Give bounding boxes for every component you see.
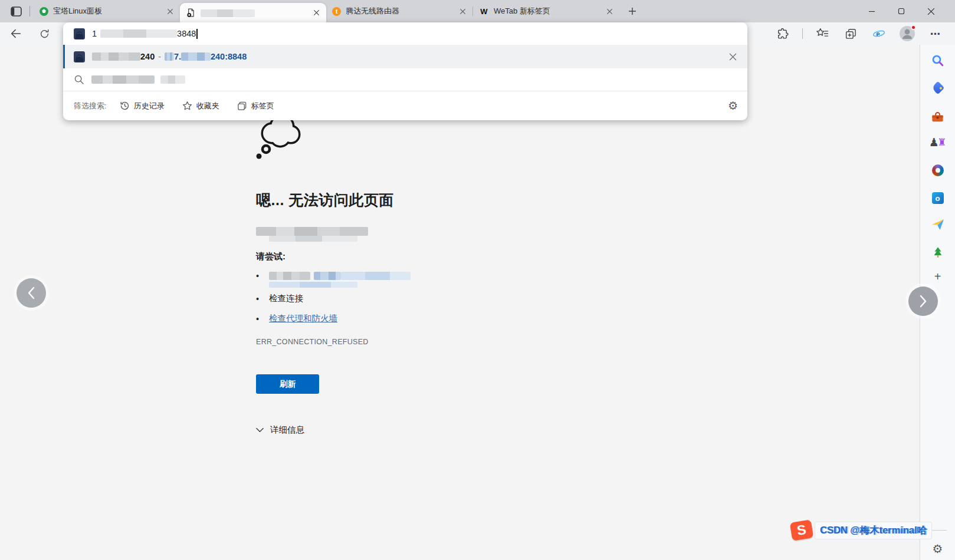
sidebar-add-button[interactable]: + (930, 269, 946, 284)
omnibox-dropdown: 1 3848 240 - 7. 240:8848 (63, 22, 747, 120)
tab-close-icon[interactable] (165, 6, 175, 17)
tab-tenda[interactable]: t 腾达无线路由器 (326, 2, 472, 20)
close-icon (729, 53, 737, 61)
minimize-button[interactable] (857, 0, 887, 22)
sidebar-tree-button[interactable] (930, 245, 946, 260)
csdn-logo: S (790, 519, 813, 541)
ie-mode-button[interactable]: e (870, 25, 888, 42)
browser-window: 宝塔Linux面板 t 腾达无线路由器 W WeTab 新标签页 (0, 0, 955, 560)
suggestion-url-mid: 7. (174, 52, 181, 61)
wetab-favicon: W (479, 6, 489, 17)
tab-close-icon[interactable] (311, 8, 321, 18)
tenda-favicon: t (332, 7, 341, 16)
filter-history-button[interactable]: 历史记录 (120, 101, 165, 111)
extensions-button[interactable] (774, 25, 792, 42)
redacted-search-suggestion (160, 75, 185, 84)
carousel-prev-button[interactable] (17, 278, 46, 308)
error-code: ERR_CONNECTION_REFUSED (256, 338, 369, 346)
minimize-icon (868, 8, 875, 15)
filter-tabs-button[interactable]: 标签页 (237, 101, 274, 111)
sidebar-search-button[interactable] (930, 53, 946, 68)
bullet-check-proxy: • 检查代理和防火墙 (256, 313, 337, 324)
typed-url-suffix: 3848 (177, 29, 196, 38)
close-icon (927, 8, 935, 15)
carousel-next-button[interactable] (908, 286, 938, 316)
chess-rook-icon: ♜ (937, 137, 946, 147)
redacted-url-middle (100, 29, 177, 38)
filter-favorites-button[interactable]: 收藏夹 (182, 101, 219, 111)
try-heading: 请尝试: (256, 251, 285, 262)
redacted-error-description (256, 227, 368, 236)
bullet-redacted-line2 (269, 282, 357, 288)
refresh-nav-button[interactable] (35, 25, 53, 42)
tab-close-icon[interactable] (604, 6, 615, 17)
redacted-suggestion-title (92, 52, 140, 61)
search-icon (931, 54, 945, 68)
refresh-icon (39, 28, 50, 39)
sidebar-outlook-button[interactable]: o (930, 190, 946, 206)
tab-strip: 宝塔Linux面板 t 腾达无线路由器 W WeTab 新标签页 (0, 0, 955, 22)
redacted-tab-title (201, 8, 311, 17)
csdn-watermark: S CSDN @梅木terminal哈 (791, 521, 932, 539)
avatar (900, 26, 915, 41)
check-proxy-firewall-link[interactable]: 检查代理和防火墙 (269, 313, 337, 324)
internet-explorer-icon: e (872, 27, 885, 40)
navbar-right-icons: e ⋯ (774, 22, 955, 45)
collections-button[interactable] (842, 25, 859, 42)
tab-close-icon[interactable] (457, 6, 468, 17)
typed-url-prefix: 1 (92, 29, 97, 38)
suggestion-url-suffix: 240:8848 (211, 52, 247, 61)
suggestion-row-url[interactable]: 240 - 7. 240:8848 (63, 45, 747, 68)
details-label: 详细信息 (270, 424, 304, 436)
redacted-url-part (181, 52, 211, 61)
search-icon (74, 74, 84, 85)
close-window-button[interactable] (916, 0, 946, 22)
new-tab-button[interactable] (624, 3, 641, 19)
sidebar-office-button[interactable] (930, 163, 946, 178)
tab-wetab[interactable]: W WeTab 新标签页 (473, 2, 619, 20)
search-filter-row: 筛选搜索: 历史记录 收藏夹 标签页 ⚙ (63, 91, 747, 120)
selection-accent-bar (63, 45, 65, 68)
sidebar-games-button[interactable]: ♟ ♜ (930, 134, 946, 150)
bullet-redacted: • (256, 271, 411, 281)
ellipsis-icon: ⋯ (930, 28, 941, 40)
refresh-page-button[interactable]: 刷新 (256, 374, 319, 394)
redacted-search-suggestion (91, 75, 155, 84)
plus-icon: + (934, 270, 941, 284)
shopping-tag-icon (931, 81, 944, 95)
back-arrow-icon (9, 27, 22, 40)
tab-baota[interactable]: 宝塔Linux面板 (34, 2, 180, 20)
tabs-icon (237, 101, 247, 111)
chevron-right-icon (918, 295, 928, 308)
site-avatar-favicon (74, 28, 85, 39)
puzzle-icon (777, 27, 789, 40)
history-clock-icon (120, 101, 130, 111)
document-error-favicon (186, 8, 196, 18)
settings-menu-button[interactable]: ⋯ (927, 25, 944, 42)
filter-history-label: 历史记录 (134, 101, 165, 111)
tab-title: 宝塔Linux面板 (53, 6, 165, 17)
plus-icon (628, 7, 636, 15)
text-caret (196, 29, 198, 39)
suggestion-row-search[interactable] (63, 68, 747, 91)
address-bar[interactable]: 1 3848 (63, 22, 747, 45)
tab-actions-menu-button[interactable] (6, 2, 26, 20)
sidebar-tools-button[interactable] (930, 109, 946, 124)
favorites-button[interactable] (813, 25, 831, 42)
outlook-icon: o (932, 192, 944, 204)
suggestion-title-suffix: 240 (140, 52, 155, 61)
details-toggle[interactable]: 详细信息 (256, 424, 304, 436)
remove-suggestion-button[interactable] (726, 50, 739, 63)
profile-button[interactable] (898, 25, 916, 42)
sidebar-settings-button[interactable]: ⚙ (933, 542, 943, 556)
sidebar-shopping-button[interactable] (930, 80, 946, 95)
filter-tabs-label: 标签页 (251, 101, 274, 111)
tab-active-redacted[interactable] (180, 3, 326, 22)
redacted-url-part (165, 52, 174, 61)
workspaces-icon (10, 5, 22, 18)
maximize-button[interactable] (887, 0, 916, 22)
search-settings-button[interactable]: ⚙ (728, 100, 738, 111)
sidebar-drop-button[interactable] (930, 217, 946, 232)
paper-plane-icon (931, 218, 945, 231)
back-button[interactable] (7, 25, 25, 42)
